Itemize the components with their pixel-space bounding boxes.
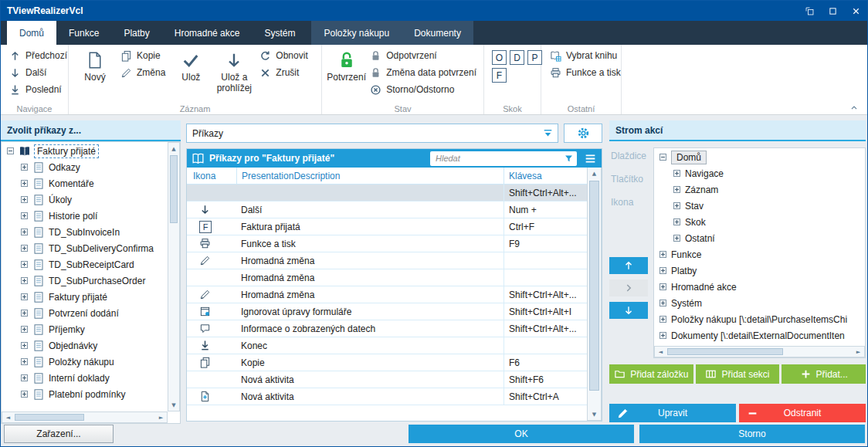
expand-box-icon[interactable] [21,245,28,252]
left-tree-horizontal-scrollbar[interactable]: ◄ ► [2,411,168,423]
expand-box-icon[interactable] [21,293,28,300]
tree-item[interactable]: Skok [654,214,865,230]
tree-item[interactable]: Položky nákupu [2,354,168,370]
tab-system[interactable]: Systém [252,21,307,45]
table-row[interactable]: Konec [187,337,587,354]
scroll-down-icon[interactable]: ▼ [168,399,179,411]
storno-odstorno-button[interactable]: Storno/Odstorno [366,81,480,98]
expand-box-icon[interactable] [21,391,28,398]
tree-item[interactable]: Systém [654,295,865,311]
zmena-button[interactable]: Změna [117,64,169,81]
predchozi-button[interactable]: Předchozí [5,47,71,64]
tree-item[interactable]: Úkoly [2,191,168,208]
move-up-button[interactable] [609,257,648,274]
expand-box-icon[interactable] [673,202,680,209]
scroll-left-icon[interactable]: ◄ [2,412,14,422]
table-row[interactable]: Kopie F6 [187,354,587,371]
move-down-button[interactable] [609,302,648,319]
action-tree-horizontal-scrollbar[interactable]: ◄ ► [654,346,865,357]
expand-box-icon[interactable] [673,218,680,225]
tree-item[interactable]: Domů [654,149,865,165]
tree-item[interactable]: Stav [654,198,865,214]
expand-box-icon[interactable] [21,180,28,187]
expand-box-icon[interactable] [673,170,680,177]
scrollbar-thumb[interactable] [15,414,84,421]
tree-item[interactable]: TD_SubPurchaseOrder [2,273,168,289]
column-header-klavesa[interactable]: Klávesa [504,168,587,184]
vybrat-knihu-button[interactable]: Vybrat knihu [546,47,625,64]
expand-box-icon[interactable] [659,316,666,323]
collapse-box-icon[interactable] [659,154,666,161]
option-ikona[interactable]: Ikona [609,194,652,211]
tree-item[interactable]: Objednávky [2,337,168,354]
expand-box-icon[interactable] [659,267,666,274]
move-right-button[interactable] [609,279,648,296]
tree-item[interactable]: Faktury přijaté [2,143,168,159]
tree-item[interactable]: TD_SubInvoiceIn [2,224,168,240]
search-input[interactable] [430,151,577,166]
tree-item[interactable]: Komentáře [2,175,168,191]
funkce-a-tisk-button[interactable]: Funkce a tisk [546,64,625,81]
expand-box-icon[interactable] [21,261,28,268]
close-button[interactable] [844,1,867,21]
column-header-ikona[interactable]: Ikona [187,168,236,184]
menu-icon[interactable] [584,152,597,165]
obnovit-button[interactable]: Obnovit [256,47,311,64]
expand-box-icon[interactable] [21,374,28,381]
table-row[interactable]: Nová aktivita Shift+Ctrl+A [187,388,587,405]
scroll-down-icon[interactable]: ▼ [588,408,601,420]
add-bookmark-button[interactable]: Přidat záložku [609,364,693,384]
dropdown-icon[interactable] [541,127,554,140]
odpotvrzeni-button[interactable]: Odpotvrzení [366,47,480,64]
edit-button[interactable]: Upravit [609,404,736,422]
expand-box-icon[interactable] [21,342,28,349]
table-row[interactable]: F Faktura přijatá Ctrl+F [187,218,587,235]
tree-item[interactable]: Interní doklady [2,370,168,386]
tree-item[interactable]: Platby [654,262,865,279]
scrollbar-thumb[interactable] [170,155,178,223]
expand-box-icon[interactable] [21,358,28,365]
expand-box-icon[interactable] [21,212,28,219]
zmena-data-potvrzeni-button[interactable]: Změna data potvrzení [366,64,480,81]
tree-item[interactable]: Odkazy [2,159,168,175]
grid-vertical-scrollbar[interactable]: ▲ ▼ [587,168,602,421]
filter-funnel-icon[interactable] [564,154,574,164]
scroll-left-icon[interactable]: ◄ [655,347,666,357]
uloz-button[interactable]: Ulož [169,47,212,83]
settings-button[interactable] [564,124,602,143]
float-window-button[interactable] [798,1,821,21]
expand-box-icon[interactable] [21,196,28,203]
expand-box-icon[interactable] [659,332,666,339]
option-tlacitko[interactable]: Tlačítko [609,171,652,188]
collapse-ribbon-icon[interactable] [849,103,860,112]
scroll-up-icon[interactable]: ▲ [588,168,601,179]
tree-item[interactable]: TD_SubDeliveryConfirma [2,240,168,256]
table-row[interactable]: Hromadná změna [187,252,587,269]
add-button[interactable]: Přidat... [782,364,866,384]
table-row[interactable]: Hromadná změna Shift+Ctrl+Alt+... [187,286,587,303]
table-row[interactable]: Nová aktivita Shift+F6 [187,371,587,388]
skok-f-button[interactable]: F [492,68,507,83]
tree-item[interactable]: Potvrzení dodání [2,305,168,321]
table-row[interactable]: Shift+Ctrl+Alt+... [187,185,587,201]
tab-dokumenty[interactable]: Dokumenty [402,21,473,45]
expand-box-icon[interactable] [21,310,28,317]
expand-box-icon[interactable] [21,277,28,284]
column-header-description[interactable]: PresentationDescription [236,168,504,184]
zrusit-button[interactable]: Zrušit [256,64,311,81]
skok-d-button[interactable]: D [510,50,524,65]
collapse-box-icon[interactable] [7,147,14,154]
tree-item[interactable]: Faktury přijaté [2,289,168,305]
maximize-button[interactable] [821,1,844,21]
expand-box-icon[interactable] [21,326,28,333]
expand-box-icon[interactable] [673,186,680,193]
novy-button[interactable]: Nový [73,47,117,83]
option-dlazdice[interactable]: Dlaždice [609,147,652,164]
storno-button[interactable]: Storno [639,425,865,443]
add-section-button[interactable]: Přidat sekci [696,364,780,384]
tab-funkce[interactable]: Funkce [56,21,111,45]
table-row[interactable]: Hromadná změna [187,269,587,286]
skok-o-button[interactable]: O [492,50,507,65]
commands-combobox[interactable]: Příkazy [186,124,558,143]
tree-item[interactable]: TD_SubReceiptCard [2,256,168,273]
